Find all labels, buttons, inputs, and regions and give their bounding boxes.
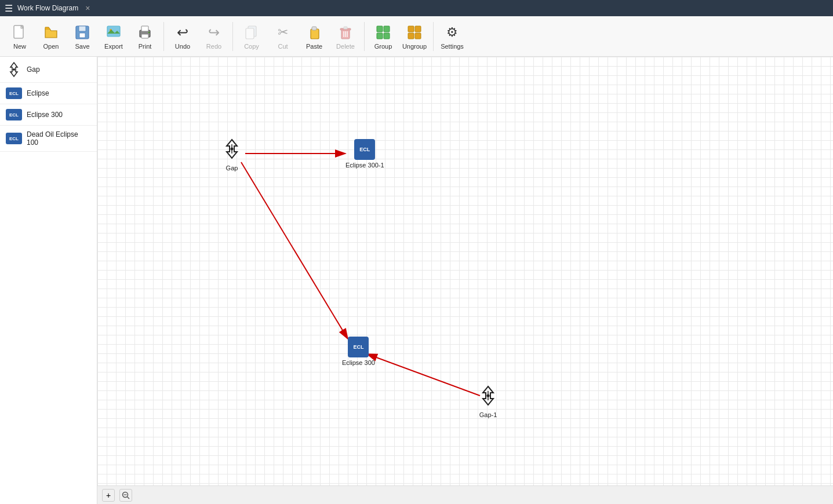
sidebar-item-gap-label: Gap — [27, 65, 40, 74]
undo-icon: ↩ — [173, 23, 192, 42]
canvas-arrows — [97, 57, 833, 504]
gap-1-node-icon — [477, 385, 499, 410]
svg-rect-3 — [79, 26, 86, 31]
new-button[interactable]: New — [5, 19, 35, 54]
toolbar-separator-1 — [163, 22, 164, 51]
svg-line-40 — [128, 496, 130, 499]
print-icon — [136, 23, 154, 42]
svg-rect-26 — [408, 26, 414, 32]
ungroup-label: Ungroup — [402, 43, 427, 50]
node-gap-1[interactable]: Gap-1 — [477, 385, 499, 418]
delete-icon — [336, 23, 355, 42]
zoom-out-button[interactable] — [119, 489, 132, 502]
svg-rect-28 — [408, 33, 414, 39]
paste-label: Paste — [306, 43, 322, 50]
save-label: Save — [75, 43, 89, 50]
sidebar-item-eclipse-label: Eclipse — [27, 89, 49, 97]
svg-rect-10 — [141, 34, 148, 38]
svg-rect-4 — [79, 33, 85, 38]
cut-label: Cut — [278, 43, 288, 50]
paste-button[interactable]: Paste — [299, 19, 329, 54]
svg-rect-27 — [415, 26, 421, 32]
sidebar-item-eclipse300-label: Eclipse 300 — [27, 111, 63, 119]
svg-rect-14 — [311, 29, 319, 39]
svg-rect-9 — [141, 26, 148, 31]
copy-label: Copy — [244, 43, 259, 50]
delete-label: Delete — [336, 43, 355, 50]
canvas-area[interactable]: Gap ECL Eclipse 300-1 ECL Eclipse 300 Ga… — [97, 57, 833, 504]
sidebar-item-deadoil-label: Dead Oil Eclipse 100 — [27, 130, 91, 147]
sidebar-item-eclipse[interactable]: ECL Eclipse — [0, 83, 97, 104]
title-text: Work Flow Diagram — [17, 4, 78, 12]
titlebar: ☰ Work Flow Diagram × — [0, 0, 833, 16]
svg-point-30 — [13, 68, 15, 71]
sidebar-item-gap[interactable]: Gap — [0, 57, 97, 83]
close-button[interactable]: × — [85, 4, 90, 12]
export-icon — [104, 23, 123, 42]
export-label: Export — [104, 43, 123, 50]
new-icon — [10, 23, 29, 42]
svg-rect-18 — [344, 27, 347, 29]
sidebar-item-eclipse300[interactable]: ECL Eclipse 300 — [0, 104, 97, 126]
svg-line-33 — [241, 162, 348, 339]
svg-line-34 — [367, 354, 480, 396]
svg-point-11 — [148, 31, 150, 32]
print-button[interactable]: Print — [130, 19, 160, 54]
save-button[interactable]: Save — [67, 19, 97, 54]
settings-icon: ⚙ — [443, 23, 461, 42]
zoom-out-icon — [122, 491, 130, 499]
copy-icon — [242, 23, 261, 42]
node-eclipse300-1[interactable]: ECL Eclipse 300-1 — [345, 139, 384, 169]
redo-icon: ↪ — [205, 23, 223, 42]
group-icon — [374, 23, 392, 42]
open-label: Open — [43, 43, 59, 50]
settings-label: Settings — [441, 43, 464, 50]
svg-rect-23 — [384, 26, 390, 32]
node-gap-label: Gap — [226, 165, 238, 171]
svg-rect-15 — [312, 27, 317, 30]
svg-rect-13 — [246, 28, 254, 39]
copy-button[interactable]: Copy — [237, 19, 267, 54]
node-gap[interactable]: Gap — [221, 138, 243, 171]
eclipse300-sidebar-icon: ECL — [6, 109, 22, 120]
export-button[interactable]: Export — [99, 19, 129, 54]
ungroup-icon — [405, 23, 424, 42]
print-label: Print — [139, 43, 152, 50]
cut-icon: ✂ — [274, 23, 292, 42]
main-layout: Gap ECL Eclipse ECL Eclipse 300 ECL Dead… — [0, 57, 833, 504]
menu-icon[interactable]: ☰ — [5, 3, 13, 14]
ungroup-button[interactable]: Ungroup — [399, 19, 430, 54]
svg-rect-25 — [384, 33, 390, 39]
toolbar-separator-4 — [433, 22, 434, 51]
zoom-in-button[interactable]: + — [102, 489, 115, 502]
svg-rect-22 — [377, 26, 383, 32]
delete-button[interactable]: Delete — [330, 19, 361, 54]
node-eclipse300-2-label: Eclipse 300 — [342, 359, 375, 366]
sidebar-item-deadoil[interactable]: ECL Dead Oil Eclipse 100 — [0, 126, 97, 152]
new-label: New — [13, 43, 26, 50]
group-button[interactable]: Group — [368, 19, 398, 54]
save-icon — [73, 23, 92, 42]
redo-label: Redo — [206, 43, 221, 50]
toolbar-separator-3 — [364, 22, 365, 51]
bottombar: + — [97, 485, 833, 504]
undo-label: Undo — [175, 43, 190, 50]
undo-button[interactable]: ↩ Undo — [168, 19, 198, 54]
svg-rect-24 — [377, 33, 383, 39]
redo-button[interactable]: ↪ Redo — [199, 19, 229, 54]
node-gap-1-label: Gap-1 — [479, 411, 497, 418]
eclipse300-2-icon: ECL — [348, 337, 369, 357]
sidebar: Gap ECL Eclipse ECL Eclipse 300 ECL Dead… — [0, 57, 97, 504]
toolbar-separator-2 — [232, 22, 233, 51]
svg-rect-29 — [415, 33, 421, 39]
open-icon — [42, 23, 60, 42]
node-eclipse300-2[interactable]: ECL Eclipse 300 — [342, 337, 375, 366]
svg-rect-5 — [107, 26, 120, 36]
settings-button[interactable]: ⚙ Settings — [437, 19, 467, 54]
open-button[interactable]: Open — [36, 19, 66, 54]
gap-node-icon — [221, 138, 243, 163]
cut-button[interactable]: ✂ Cut — [268, 19, 298, 54]
eclipse-sidebar-icon: ECL — [6, 87, 22, 99]
deadoil-sidebar-icon: ECL — [6, 133, 22, 144]
toolbar: New Open Save Export Print ↩ Undo ↪ Redo — [0, 16, 833, 57]
